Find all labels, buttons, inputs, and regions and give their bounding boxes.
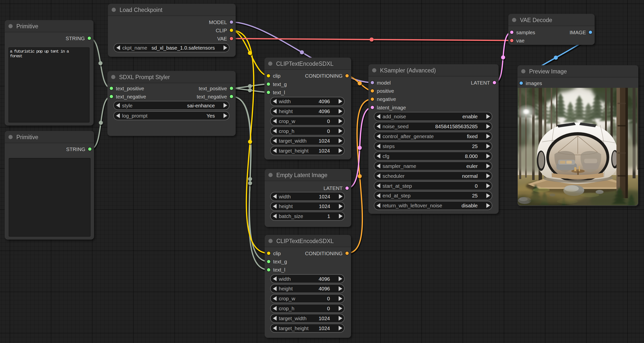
- svg-text:steps: steps: [382, 143, 395, 149]
- svg-text:0: 0: [327, 296, 330, 301]
- svg-text:cfg: cfg: [382, 153, 389, 159]
- svg-text:CLIPTextEncodeSDXL: CLIPTextEncodeSDXL: [276, 60, 334, 67]
- svg-text:text_g: text_g: [273, 259, 287, 265]
- svg-text:text_g: text_g: [273, 81, 287, 87]
- svg-text:height: height: [279, 286, 293, 292]
- svg-text:LATENT: LATENT: [471, 80, 490, 86]
- svg-text:25: 25: [472, 143, 478, 149]
- svg-text:euler: euler: [466, 163, 478, 169]
- svg-text:0: 0: [327, 118, 330, 124]
- svg-text:4096: 4096: [318, 286, 330, 292]
- svg-text:LATENT: LATENT: [324, 185, 343, 191]
- svg-text:width: width: [278, 194, 291, 200]
- svg-text:text_positive: text_positive: [116, 86, 144, 92]
- svg-text:KSampler (Advanced): KSampler (Advanced): [380, 67, 436, 74]
- svg-text:positive: positive: [377, 88, 394, 94]
- svg-text:return_with_leftover_noise: return_with_leftover_noise: [382, 203, 442, 208]
- svg-text:crop_h: crop_h: [279, 306, 294, 312]
- svg-text:forest: forest: [10, 54, 22, 58]
- svg-text:4096: 4096: [318, 276, 330, 282]
- svg-text:sd_xl_base_1.0.safetensors: sd_xl_base_1.0.safetensors: [152, 45, 215, 51]
- svg-text:VAE Decode: VAE Decode: [520, 17, 552, 23]
- svg-text:latent_image: latent_image: [377, 105, 406, 110]
- svg-text:crop_w: crop_w: [279, 296, 295, 302]
- svg-text:0: 0: [327, 306, 330, 311]
- svg-text:STRING: STRING: [66, 36, 85, 41]
- svg-text:IMAGE: IMAGE: [570, 30, 586, 35]
- svg-text:CONDITIONING: CONDITIONING: [305, 73, 342, 78]
- svg-text:Empty Latent Image: Empty Latent Image: [276, 172, 328, 178]
- svg-text:1024: 1024: [319, 203, 330, 209]
- svg-text:CONDITIONING: CONDITIONING: [305, 250, 342, 256]
- svg-text:crop_h: crop_h: [279, 128, 294, 134]
- svg-text:clip: clip: [273, 73, 280, 78]
- svg-text:scheduler: scheduler: [382, 173, 404, 179]
- svg-text:disable: disable: [462, 203, 478, 208]
- svg-text:a futuristic pop up tent in a: a futuristic pop up tent in a: [10, 49, 69, 54]
- svg-text:8.000: 8.000: [465, 153, 478, 159]
- svg-text:samples: samples: [516, 30, 535, 35]
- svg-text:Yes: Yes: [207, 113, 215, 118]
- svg-text:normal: normal: [462, 173, 478, 179]
- svg-text:1: 1: [328, 213, 330, 219]
- svg-text:control_after_generate: control_after_generate: [382, 134, 434, 140]
- svg-text:845841585635285: 845841585635285: [435, 124, 478, 129]
- svg-text:width: width: [278, 276, 291, 282]
- svg-text:Primitive: Primitive: [16, 23, 38, 30]
- svg-text:height: height: [279, 203, 293, 209]
- svg-text:MODEL: MODEL: [209, 19, 227, 25]
- svg-text:0: 0: [327, 128, 330, 134]
- svg-text:SDXL Prompt Styler: SDXL Prompt Styler: [119, 74, 170, 80]
- svg-text:target_height: target_height: [279, 326, 308, 331]
- svg-text:Preview Image: Preview Image: [529, 68, 567, 75]
- svg-text:batch_size: batch_size: [279, 213, 303, 219]
- svg-text:0: 0: [475, 183, 478, 189]
- svg-text:STRING: STRING: [66, 146, 85, 152]
- svg-text:1024: 1024: [318, 148, 330, 154]
- svg-text:Load Checkpoint: Load Checkpoint: [120, 7, 162, 13]
- svg-text:log_prompt: log_prompt: [122, 113, 148, 119]
- svg-text:style: style: [122, 103, 132, 108]
- svg-text:text_negative: text_negative: [116, 94, 146, 100]
- svg-text:1024: 1024: [318, 138, 330, 144]
- svg-text:height: height: [279, 108, 293, 114]
- svg-text:vae: vae: [516, 38, 524, 44]
- svg-text:sampler_name: sampler_name: [382, 163, 416, 169]
- svg-text:text_negative: text_negative: [197, 94, 227, 100]
- svg-text:4096: 4096: [318, 108, 330, 114]
- svg-text:crop_w: crop_w: [279, 118, 295, 124]
- svg-text:CLIPTextEncodeSDXL: CLIPTextEncodeSDXL: [276, 238, 334, 244]
- svg-text:model: model: [377, 80, 391, 86]
- svg-text:25: 25: [472, 193, 478, 198]
- svg-text:target_width: target_width: [279, 138, 306, 144]
- svg-text:text_l: text_l: [273, 267, 285, 273]
- svg-text:4096: 4096: [318, 98, 330, 104]
- svg-text:width: width: [278, 98, 291, 104]
- svg-text:images: images: [526, 80, 542, 86]
- svg-text:fixed: fixed: [467, 134, 478, 139]
- svg-text:noise_seed: noise_seed: [382, 124, 408, 130]
- svg-text:sai-enhance: sai-enhance: [187, 103, 215, 108]
- svg-text:negative: negative: [377, 96, 396, 102]
- svg-text:target_height: target_height: [279, 148, 308, 154]
- svg-text:1024: 1024: [319, 194, 330, 200]
- svg-text:VAE: VAE: [217, 36, 227, 42]
- svg-text:text_l: text_l: [273, 90, 285, 96]
- svg-text:end_at_step: end_at_step: [382, 193, 410, 199]
- svg-text:text_positive: text_positive: [199, 86, 227, 92]
- svg-text:target_width: target_width: [279, 316, 306, 322]
- svg-text:1024: 1024: [318, 326, 330, 331]
- svg-text:add_noise: add_noise: [382, 114, 406, 120]
- svg-text:start_at_step: start_at_step: [382, 183, 412, 189]
- svg-text:CLIP: CLIP: [216, 28, 227, 33]
- svg-text:ckpt_name: ckpt_name: [122, 45, 147, 51]
- svg-text:enable: enable: [462, 114, 478, 119]
- svg-text:1024: 1024: [318, 316, 330, 321]
- svg-text:Primitive: Primitive: [16, 134, 38, 140]
- svg-text:clip: clip: [273, 250, 281, 256]
